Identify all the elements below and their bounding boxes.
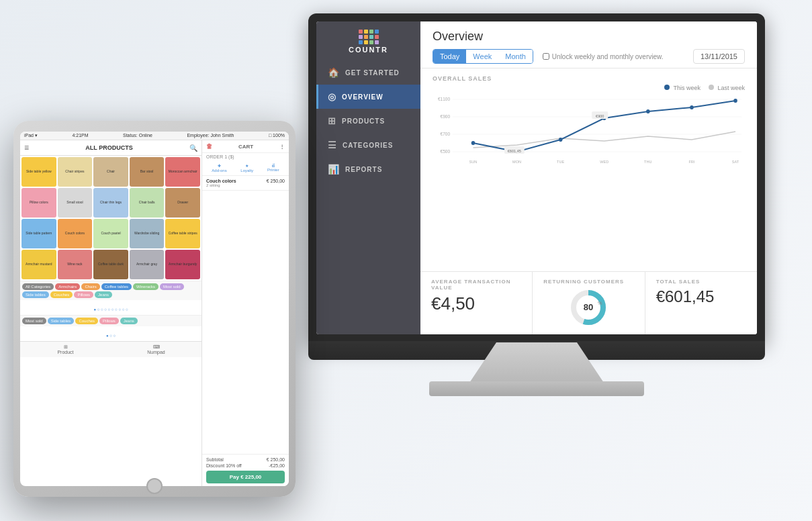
cart-discount-row: Discount 10% off -€25,00 xyxy=(206,463,285,468)
product-name: Side table pattern xyxy=(25,232,52,236)
tab-today[interactable]: Today xyxy=(433,50,466,63)
category-tab[interactable]: Pillows xyxy=(74,291,93,298)
category-tab[interactable]: Wineracks xyxy=(133,283,159,290)
cart-menu-icon[interactable]: ⋮ xyxy=(279,144,285,150)
product-name: Side table yellow xyxy=(26,170,52,174)
product-cell[interactable]: Armchair burgundy xyxy=(165,250,200,279)
chart-legend: This week Last week xyxy=(433,85,745,91)
svg-text:SUN: SUN xyxy=(469,160,478,164)
ipad-home-button[interactable] xyxy=(146,478,163,494)
menu-icon[interactable]: ≡ xyxy=(24,143,29,152)
tab-week[interactable]: Week xyxy=(466,50,498,63)
stat-total-sales: TOTAL SALES €601,45 xyxy=(645,272,757,334)
product-cell[interactable]: Wine rack xyxy=(58,250,93,279)
product-nav-label: Product xyxy=(57,350,73,354)
product-name: Armchair gray xyxy=(136,263,158,267)
cart-loyalty-btn[interactable]: ★ Loyalty xyxy=(240,163,253,173)
product-cell[interactable]: Armchair gray xyxy=(130,250,165,279)
nav-numpad[interactable]: ⌨ Numpad xyxy=(111,342,201,357)
total-sales-value: €601,45 xyxy=(656,287,746,306)
nav-product[interactable]: ⊞ Product xyxy=(20,342,111,357)
category-tab[interactable]: Armchairs xyxy=(55,283,80,290)
products-panel: ≡ ALL PRODUCTS 🔍 Side table yellowChair … xyxy=(20,140,201,486)
products-icon: ⊞ xyxy=(328,115,336,126)
svg-point-13 xyxy=(690,105,694,109)
cart-actions: ✚ Add-ons ★ Loyalty 🖨 Printer xyxy=(202,160,289,176)
category-tab[interactable]: Chairs xyxy=(81,283,99,290)
cat-pillows[interactable]: Pillows xyxy=(99,318,119,324)
cart-title: CART xyxy=(212,144,279,150)
printer-icon: 🖨 xyxy=(271,163,275,167)
svg-text:€601,45: €601,45 xyxy=(508,149,521,153)
product-cell[interactable]: Moroccan armchair xyxy=(165,157,200,187)
sidebar-item-categories[interactable]: ☰ CATEGORIES xyxy=(316,133,420,157)
legend-dot-this-week xyxy=(664,85,670,90)
stat-returning-customers: RETURNING CUSTOMERS 80 % xyxy=(533,272,645,334)
product-cell[interactable]: Wardrobe sliding xyxy=(130,219,165,248)
product-cell[interactable]: Side table pattern xyxy=(21,219,56,248)
category-tab[interactable]: Coffee tables xyxy=(101,283,132,290)
cat-couches[interactable]: Couches xyxy=(75,318,98,324)
period-tabs: Today Week Month xyxy=(433,49,533,64)
product-cell[interactable]: Drawer xyxy=(165,188,200,218)
tab-month[interactable]: Month xyxy=(498,50,533,63)
logo-text: COUNTR xyxy=(349,46,388,54)
sidebar-item-get-started[interactable]: 🏠 GET STARTED xyxy=(316,60,420,85)
trash-icon[interactable]: 🗑 xyxy=(206,143,212,150)
cat-most-sold[interactable]: Most sold xyxy=(22,318,46,324)
addons-label: Add-ons xyxy=(212,169,226,173)
main-content: Overview Today Week Month Unlock weekly … xyxy=(420,21,757,334)
loyalty-label: Loyalty xyxy=(240,169,253,173)
category-tab[interactable]: Jeans xyxy=(95,291,112,298)
svg-point-10 xyxy=(559,138,563,142)
sidebar-item-products[interactable]: ⊞ PRODUCTS xyxy=(316,109,420,133)
product-cell[interactable]: Small stool xyxy=(58,188,93,218)
product-cell[interactable]: Couch colors xyxy=(58,219,93,248)
svg-point-8 xyxy=(471,141,476,145)
sidebar-item-reports[interactable]: 📊 REPORTS xyxy=(316,157,420,181)
chart-area: OVERALL SALES This week Last week xyxy=(420,68,757,271)
returning-customers-title: RETURNING CUSTOMERS xyxy=(543,279,633,285)
category-tab[interactable]: Side tables xyxy=(22,291,49,298)
product-cell[interactable]: Chair balls xyxy=(130,188,165,218)
cat-side-tables[interactable]: Side tables xyxy=(48,318,75,324)
product-cell[interactable]: Side table yellow xyxy=(21,157,56,187)
pay-button[interactable]: Pay € 225,00 xyxy=(206,471,285,483)
category-tab[interactable]: All Categories xyxy=(22,283,54,290)
product-cell[interactable]: Bar stool xyxy=(130,157,165,187)
product-name: Armchair burgundy xyxy=(168,263,197,267)
product-cell[interactable]: Coffee table stripes xyxy=(165,219,200,248)
cart-subtotal-row: Subtotal € 250,00 xyxy=(206,457,285,462)
cart-addons-btn[interactable]: ✚ Add-ons xyxy=(212,163,226,173)
cart-printer-btn[interactable]: 🖨 Printer xyxy=(267,163,279,173)
product-name: Pillow colors xyxy=(29,201,49,205)
category-tab[interactable]: Couches xyxy=(50,291,73,298)
product-cell[interactable]: Pillow colors xyxy=(21,188,56,218)
logo-dots xyxy=(349,30,388,44)
category-tab[interactable]: Most sold xyxy=(160,283,184,290)
product-cell[interactable]: Armchair mustard xyxy=(21,250,56,279)
svg-text:80: 80 xyxy=(584,302,593,312)
product-cell[interactable]: Coffee table dark xyxy=(93,250,128,279)
product-cell[interactable]: Chair xyxy=(93,157,128,187)
nav-label-categories: CATEGORIES xyxy=(343,142,393,149)
sidebar-item-overview[interactable]: ◎ OVERVIEW xyxy=(316,85,420,109)
cart-item-name: Couch colors xyxy=(206,179,236,183)
date-button[interactable]: 13/11/2015 xyxy=(693,49,745,64)
overview-controls: Today Week Month Unlock weekly and month… xyxy=(433,49,745,64)
ipad-status-bar: iPad ▾ 4:21PM Status: Online Employee: J… xyxy=(20,132,289,140)
discount-label: Discount 10% off xyxy=(206,463,242,468)
product-cell[interactable]: Chair thin legs xyxy=(93,188,128,218)
cat-jeans[interactable]: Jeans xyxy=(120,318,138,324)
product-cell[interactable]: Chair stripes xyxy=(58,157,93,187)
svg-text:MON: MON xyxy=(512,160,521,164)
svg-text:THU: THU xyxy=(644,160,651,164)
status-online: Status: Online xyxy=(123,133,152,138)
loyalty-icon: ★ xyxy=(245,163,249,168)
product-cell[interactable]: Couch pastel xyxy=(93,219,128,248)
unlock-checkbox[interactable] xyxy=(543,53,549,60)
ipad-body: iPad ▾ 4:21PM Status: Online Employee: J… xyxy=(13,121,296,497)
product-name: Armchair mustard xyxy=(25,263,52,267)
search-icon[interactable]: 🔍 xyxy=(189,144,197,152)
printer-label: Printer xyxy=(267,168,279,172)
